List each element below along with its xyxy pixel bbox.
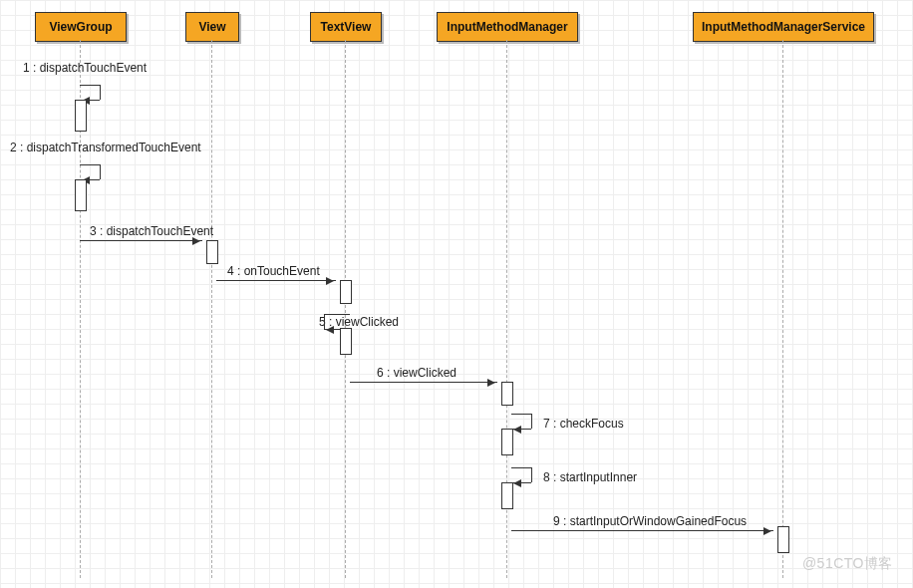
activation-imm-2 <box>501 429 513 455</box>
message-9-arrow <box>511 530 773 531</box>
message-1-label: 1 : dispatchTouchEvent <box>23 61 147 75</box>
lifeline-textview <box>345 40 346 578</box>
participant-inputmethodmanagerservice: InputMethodManagerService <box>693 12 874 42</box>
lifeline-view <box>211 40 212 578</box>
message-4-arrow <box>216 280 336 281</box>
lifeline-imms <box>782 40 783 578</box>
participant-view: View <box>185 12 239 42</box>
participant-textview: TextView <box>310 12 382 42</box>
activation-imm-1 <box>501 382 513 406</box>
message-4-label: 4 : onTouchEvent <box>227 264 320 278</box>
activation-viewgroup-2 <box>75 179 87 211</box>
activation-textview-1 <box>340 280 352 304</box>
message-2-label: 2 : dispatchTransformedTouchEvent <box>10 141 201 154</box>
message-6-arrow <box>350 382 497 383</box>
activation-view-1 <box>206 240 218 264</box>
participant-inputmethodmanager: InputMethodManager <box>437 12 578 42</box>
grid-background <box>0 0 913 588</box>
participant-viewgroup: ViewGroup <box>35 12 127 42</box>
message-9-label: 9 : startInputOrWindowGainedFocus <box>553 514 747 528</box>
activation-imm-3 <box>501 482 513 509</box>
message-8-label: 8 : startInputInner <box>543 470 637 484</box>
watermark: @51CTO博客 <box>802 555 893 573</box>
message-3-label: 3 : dispatchTouchEvent <box>90 224 213 238</box>
message-3-arrow <box>80 240 202 241</box>
activation-viewgroup-1 <box>75 100 87 132</box>
message-7-label: 7 : checkFocus <box>543 417 624 431</box>
message-6-label: 6 : viewClicked <box>377 366 456 380</box>
activation-imms-1 <box>777 526 789 553</box>
activation-textview-2 <box>340 328 352 355</box>
